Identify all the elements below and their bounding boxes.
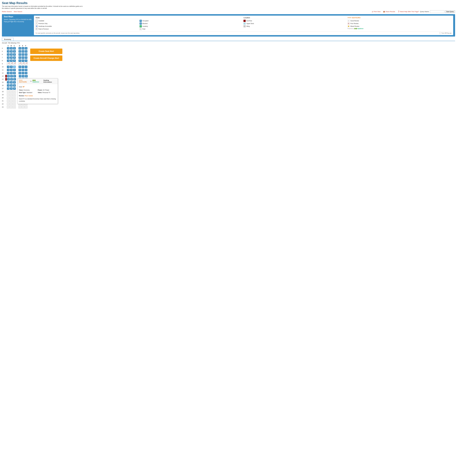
seat-5A[interactable]: ✕ <box>7 50 10 53</box>
seat-5E[interactable]: ✕ <box>22 50 24 53</box>
turn-off-popups[interactable]: Turn Off Pop-ups <box>439 32 451 34</box>
seat-15C[interactable]: ✕ <box>13 81 16 84</box>
seat-13E[interactable]: ✕ <box>22 75 25 77</box>
seat-14C[interactable]: ✕ <box>13 78 16 81</box>
seat-4A[interactable]: ✕ <box>7 47 10 50</box>
seat-22B[interactable]: □ <box>10 103 13 105</box>
create-seat-alert-button[interactable]: Create Seat Alert <box>30 49 62 54</box>
seat-13D[interactable]: ✕ <box>19 75 22 77</box>
seat-7B[interactable]: ✕ <box>10 56 13 59</box>
seat-13C[interactable]: ✕ <box>13 75 16 77</box>
seat-10A[interactable]: ✕ <box>7 66 10 68</box>
seat-23D[interactable]: □ <box>18 106 21 108</box>
seat-20C[interactable]: □ <box>13 96 16 99</box>
seat-23C[interactable]: □ <box>13 106 16 108</box>
seat-9F[interactable]: P <box>25 62 27 65</box>
seat-8C[interactable]: ✕ <box>13 60 16 62</box>
seat-10B[interactable]: ✕ <box>10 66 13 68</box>
seat-20A[interactable]: □ <box>7 96 10 99</box>
seat-21C[interactable]: □ <box>13 100 16 102</box>
seat-19A[interactable]: □ <box>7 94 10 96</box>
seat-9A[interactable]: P <box>7 62 10 65</box>
seat-13A[interactable]: ✕ <box>7 75 10 77</box>
seat-17B[interactable]: ✕ <box>10 87 13 90</box>
seat-6A[interactable]: ✕ <box>7 53 10 56</box>
seat-6B[interactable]: ✕ <box>10 53 13 56</box>
seat-4E[interactable]: ✕ <box>22 47 24 50</box>
seat-9C[interactable]: P <box>13 62 16 65</box>
popup-checkbox[interactable] <box>439 32 441 34</box>
seat-5B[interactable]: ✕ <box>10 50 13 53</box>
seat-7C[interactable]: ✕ <box>13 56 16 59</box>
seat-8D[interactable]: ✕ <box>18 60 21 62</box>
seat-8E[interactable]: ✕ <box>22 60 24 62</box>
seat-19C[interactable]: □ <box>13 94 16 96</box>
seat-10E[interactable]: ✕ <box>22 66 24 68</box>
seat-15A[interactable]: ✕ <box>7 81 10 84</box>
seat-18A[interactable]: □ <box>7 90 10 93</box>
seat-4F[interactable]: ✕ <box>25 47 27 50</box>
seat-23F[interactable]: □ <box>25 106 27 108</box>
seat-11D[interactable]: ✕ <box>18 69 21 71</box>
help-link[interactable]: ❓ Need Help With This Page? <box>398 11 419 12</box>
seat-9D[interactable]: P <box>18 62 21 65</box>
seat-20B[interactable]: □ <box>10 96 13 99</box>
seat-5D[interactable]: ✕ <box>18 50 21 53</box>
seat-7E[interactable]: ✕ <box>22 56 24 59</box>
seat-9E[interactable]: P <box>22 62 24 65</box>
seat-5F[interactable]: ✕ <box>25 50 27 53</box>
seat-11A[interactable]: ✕ <box>7 69 10 71</box>
seat-10F[interactable]: ✕ <box>25 66 27 68</box>
seat-12B[interactable]: ✕ <box>10 72 13 74</box>
seat-11E[interactable]: ✕ <box>22 69 24 71</box>
tab-economy[interactable]: Economy <box>2 38 13 41</box>
save-query-button[interactable]: Save Query <box>445 10 455 13</box>
query-name-input[interactable] <box>430 10 444 13</box>
seat-22A[interactable]: □ <box>7 103 10 105</box>
create-aircraft-alert-button[interactable]: Create Aircraft Change Alert <box>30 55 62 61</box>
seat-10C[interactable]: ✕ <box>13 66 16 68</box>
seat-21B[interactable]: □ <box>10 100 13 102</box>
print-view-link[interactable]: 🖨 Print View <box>372 11 381 12</box>
seat-14B[interactable]: ✕ <box>10 78 13 81</box>
seat-6D[interactable]: ✕ <box>18 53 21 56</box>
seat-12D[interactable]: ✕ <box>18 72 21 74</box>
seat-12C[interactable]: ✕ <box>13 72 16 74</box>
seat-18C[interactable]: □ <box>13 90 16 93</box>
seat-7A[interactable]: ✕ <box>7 56 10 59</box>
seat-12A[interactable]: ✕ <box>7 72 10 74</box>
seat-12F[interactable]: ✕ <box>25 72 27 74</box>
seat-7F[interactable]: ✕ <box>25 56 27 59</box>
seat-17C[interactable]: ✕ <box>13 87 16 90</box>
seat-8B[interactable]: ✕ <box>10 60 13 62</box>
seat-16A[interactable]: ✕ <box>7 84 10 87</box>
seat-8A[interactable]: ✕ <box>7 60 10 62</box>
seat-11F[interactable]: ✕ <box>25 69 27 71</box>
seat-6E[interactable]: ✕ <box>22 53 24 56</box>
seat-23E[interactable]: □ <box>22 106 24 108</box>
seat-23A[interactable]: □ <box>7 106 10 108</box>
refine-search-link[interactable]: Refine Search <box>2 11 12 12</box>
share-results-link[interactable]: 📤 Share Results <box>383 11 395 12</box>
seat-13F[interactable]: ✕ <box>25 75 28 77</box>
seat-8F[interactable]: ✕ <box>25 60 27 62</box>
seat-21A[interactable]: □ <box>7 100 10 102</box>
seat-4B[interactable]: ✕ <box>10 47 13 50</box>
seat-13B[interactable]: ✕ <box>10 75 13 77</box>
seat-12E[interactable]: ✕ <box>22 72 24 74</box>
seat-7D[interactable]: ✕ <box>18 56 21 59</box>
seat-4C[interactable]: ✕ <box>13 47 16 50</box>
new-search-link[interactable]: New Search <box>14 11 22 12</box>
seat-10D[interactable]: ✕ <box>18 66 21 68</box>
seat-22C[interactable]: □ <box>13 103 16 105</box>
seat-14A[interactable]: ✕ <box>7 78 10 81</box>
seat-6C[interactable]: ✕ <box>13 53 16 56</box>
seat-5C[interactable]: ✕ <box>13 50 16 53</box>
seat-17A[interactable]: ✕ <box>7 87 10 90</box>
seat-11B[interactable]: ✕ <box>10 69 13 71</box>
seat-4D[interactable]: ✕ <box>18 47 21 50</box>
seat-19B[interactable]: □ <box>10 94 13 96</box>
seat-6F[interactable]: ✕ <box>25 53 27 56</box>
seat-15B[interactable]: ✕ <box>10 81 13 84</box>
seat-9B[interactable]: P <box>10 62 13 65</box>
